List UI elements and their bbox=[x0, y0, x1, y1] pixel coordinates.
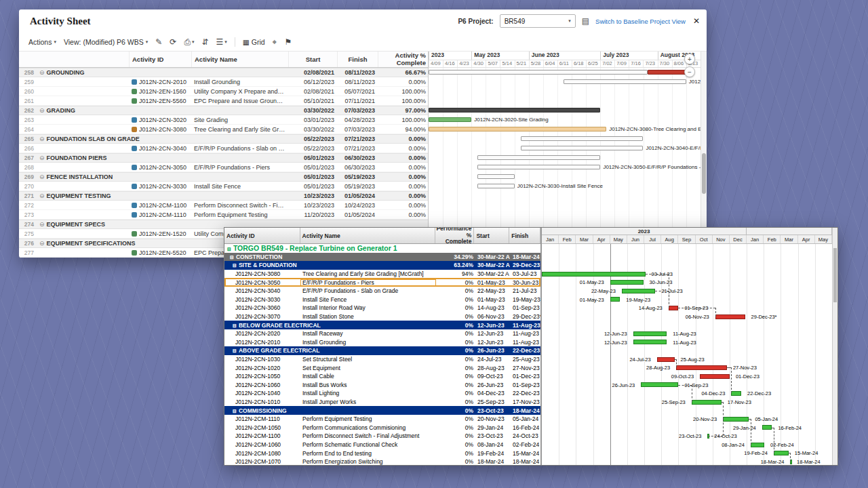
collapse-icon[interactable]: ⊟ bbox=[230, 255, 234, 260]
crosshair-icon[interactable]: ⌖ bbox=[273, 37, 277, 47]
table-row[interactable]: J012N-2CN-3080Tree Clearing and Early Si… bbox=[224, 270, 540, 279]
table-row[interactable]: J012N-2CN-1010Install Jumper Works0%25-S… bbox=[224, 398, 540, 407]
collapse-icon[interactable]: ⊟ bbox=[233, 348, 237, 353]
collapse-icon[interactable]: ⊖ bbox=[39, 174, 45, 180]
collapse-icon[interactable]: ⊖ bbox=[39, 107, 45, 114]
table-row[interactable]: 260J012N-2EN-1560Utility Company X Prepa… bbox=[19, 87, 428, 96]
table-row[interactable]: 265⊖FOUNDATION SLAB ON GRADE05/22/202307… bbox=[19, 134, 428, 144]
gantt-bar[interactable] bbox=[521, 146, 644, 150]
gantt-bar[interactable] bbox=[564, 79, 686, 84]
gantt-bar[interactable] bbox=[633, 340, 667, 344]
gantt-bar[interactable] bbox=[477, 155, 600, 160]
table-row[interactable]: J012N-2CN-1020Set Equipment0%28-Aug-2327… bbox=[224, 363, 540, 372]
gantt-bar[interactable] bbox=[633, 331, 667, 336]
gantt-bar[interactable] bbox=[477, 174, 515, 179]
table-row[interactable]: ⊟BELOW GRADE ELECTRICAL0%12-Jun-2311-Aug… bbox=[224, 321, 540, 329]
table-row[interactable]: 272J012N-2CM-1100Perform Disconnect Swit… bbox=[19, 201, 428, 210]
edit-icon[interactable]: ✎ bbox=[155, 37, 162, 47]
close-icon[interactable]: ✕ bbox=[693, 16, 700, 26]
gantt-bar[interactable] bbox=[762, 425, 772, 430]
collapse-icon[interactable]: ⊟ bbox=[233, 263, 237, 268]
col-start[interactable]: Start bbox=[474, 228, 509, 243]
table-row[interactable]: ⊟TORGO BR549 - Replace Turbine on Genera… bbox=[224, 244, 540, 253]
col-performance-pct[interactable]: Performance % Complete bbox=[435, 228, 475, 243]
col-activity-name[interactable]: Activity Name bbox=[191, 52, 288, 67]
collapse-icon[interactable]: ⊟ bbox=[233, 323, 237, 328]
table-row[interactable]: J012N-2CN-1050Install Cable0%09-Oct-2301… bbox=[224, 372, 540, 381]
table-row[interactable]: ⊟COMMISSIONING0%23-Oct-2318-Mar-24 bbox=[224, 406, 540, 415]
table-row[interactable]: 266J012N-2CN-3040E/F/R/P Foundations - S… bbox=[19, 144, 428, 153]
gantt-bar[interactable] bbox=[610, 280, 644, 285]
gantt-bar[interactable] bbox=[521, 136, 644, 141]
table-row[interactable]: 268J012N-2CN-3050E/F/R/P Foundations - P… bbox=[19, 163, 428, 172]
zoom-out-button[interactable]: − bbox=[684, 66, 695, 77]
collapse-icon[interactable]: ⊖ bbox=[39, 69, 45, 76]
collapse-icon[interactable]: ⊖ bbox=[39, 240, 45, 247]
gantt-bar[interactable] bbox=[429, 117, 471, 122]
table-row[interactable]: J012N-2CN-2020Install Raceway0%12-Jun-23… bbox=[224, 329, 540, 338]
collapse-icon[interactable]: ⊟ bbox=[233, 409, 237, 413]
panel-icon[interactable]: ▤ bbox=[582, 16, 589, 26]
table-row[interactable]: J012N-2CM-1060Perform Schematic Function… bbox=[224, 441, 540, 449]
gantt-bar[interactable] bbox=[700, 374, 730, 379]
zoom-in-button[interactable]: + bbox=[684, 54, 695, 64]
col-finish[interactable]: Finish bbox=[509, 228, 540, 243]
gantt-bar[interactable] bbox=[723, 417, 749, 422]
table-row[interactable]: J012N-2CN-1030Set Structural Steel0%24-J… bbox=[224, 355, 540, 364]
actions-menu[interactable]: Actions▾ bbox=[28, 38, 56, 46]
flag-icon[interactable]: ⚑ bbox=[284, 37, 292, 47]
table-row[interactable]: ⊟CONSTRUCTION34.29%30-Mar-22 A18-Mar-24 bbox=[224, 253, 540, 262]
collapse-icon[interactable]: ⊖ bbox=[39, 155, 45, 161]
gantt-bar[interactable] bbox=[641, 382, 678, 387]
table-row[interactable]: J012N-2CN-3050E/F/R/P Foundations - Pier… bbox=[224, 278, 540, 287]
collapse-icon[interactable]: ⊖ bbox=[39, 192, 45, 199]
table-row[interactable]: 269⊖FENCE INSTALLATION05/01/202305/19/20… bbox=[19, 172, 428, 182]
filter-icon[interactable]: ⇵ bbox=[202, 37, 209, 47]
gantt-bar[interactable] bbox=[657, 357, 675, 362]
table-row[interactable]: 263J012N-2CN-3020Site Grading03/01/20230… bbox=[19, 115, 428, 125]
gantt-bar[interactable] bbox=[622, 289, 656, 293]
table-row[interactable]: 267⊖FOUNDATION PIERS05/01/202306/30/2023… bbox=[19, 153, 428, 163]
gantt-bar[interactable] bbox=[751, 443, 764, 447]
col-start[interactable]: Start bbox=[288, 52, 337, 67]
table-row[interactable]: J012N-2CM-1050Perform Communications Com… bbox=[224, 423, 540, 432]
gantt-bar[interactable] bbox=[477, 184, 515, 188]
table-row[interactable]: 259J012N-2CN-2010Install Grounding06/12/… bbox=[19, 77, 428, 87]
table-row[interactable]: J012N-2CN-2010Install Grounding0%12-Jun-… bbox=[224, 338, 540, 347]
scrollbar-thumb[interactable] bbox=[833, 248, 837, 302]
gantt-bar[interactable] bbox=[429, 70, 648, 75]
table-row[interactable]: J012N-2CN-3060Install Interior Road Way0… bbox=[224, 304, 540, 312]
gantt-bar[interactable] bbox=[774, 451, 789, 455]
table-row[interactable]: 273J012N-2CM-1110Perform Equipment Testi… bbox=[19, 210, 428, 220]
table-row[interactable]: J012N-2CN-1040Install Lighting0%04-Dec-2… bbox=[224, 389, 540, 398]
table-row[interactable]: J012N-2CN-3040E/F/R/P Foundations - Slab… bbox=[224, 287, 540, 296]
table-row[interactable]: J012N-2CM-1080Perform End to End testing… bbox=[224, 449, 540, 458]
table-row[interactable]: 262⊖GRADING03/30/202207/03/202397.00% bbox=[19, 106, 428, 115]
col-finish[interactable]: Finish bbox=[337, 52, 378, 67]
gantt-bar[interactable] bbox=[715, 314, 745, 319]
gantt-bar[interactable] bbox=[648, 70, 686, 75]
table-row[interactable]: J012N-2CM-1110Perform Equipment Testing0… bbox=[224, 415, 540, 424]
col-pct[interactable]: Activity % Complete bbox=[378, 52, 429, 67]
menu-icon[interactable]: ☰▾ bbox=[216, 37, 227, 47]
table-row[interactable]: 258⊖GROUNDING02/08/202108/11/202366.67% bbox=[19, 68, 428, 77]
table-row[interactable]: J012N-2CN-3030Install Site Fence0%01-May… bbox=[224, 296, 540, 304]
table-row[interactable]: 261J012N-2EN-5560EPC Prepare and Issue G… bbox=[19, 96, 428, 106]
table-row[interactable]: 271⊖EQUIPMENT TESTING10/23/202301/05/202… bbox=[19, 191, 428, 201]
project-select[interactable]: BR549 ▾ bbox=[500, 14, 576, 28]
gantt-bar[interactable] bbox=[676, 365, 727, 370]
table-row[interactable]: ⊟ABOVE GRADE ELECTRICAL0%26-Jun-2322-Dec… bbox=[224, 346, 540, 355]
col-activity-id[interactable]: Activity ID bbox=[224, 228, 300, 243]
gantt-bar[interactable] bbox=[731, 391, 741, 396]
view-menu[interactable]: View:(Modified) P6 WBS▾ bbox=[64, 38, 148, 46]
table-row[interactable]: J012N-2CN-1060Install Bus Works0%26-Jun-… bbox=[224, 381, 540, 390]
col-activity-name[interactable]: Activity Name bbox=[300, 228, 435, 243]
table-row[interactable]: J012N-2CN-3070Install Station Stone0%06-… bbox=[224, 312, 540, 321]
gantt-bar[interactable] bbox=[429, 108, 600, 113]
pro-scrollbar[interactable] bbox=[832, 228, 837, 465]
gantt-bar[interactable] bbox=[669, 306, 679, 310]
refresh-icon[interactable]: ⟳ bbox=[170, 37, 176, 47]
scrollbar-thumb[interactable] bbox=[702, 153, 706, 194]
table-row[interactable]: ⊟SITE & FOUNDATION63.24%30-Mar-22 A29-De… bbox=[224, 261, 540, 270]
collapse-icon[interactable]: ⊖ bbox=[39, 136, 45, 142]
